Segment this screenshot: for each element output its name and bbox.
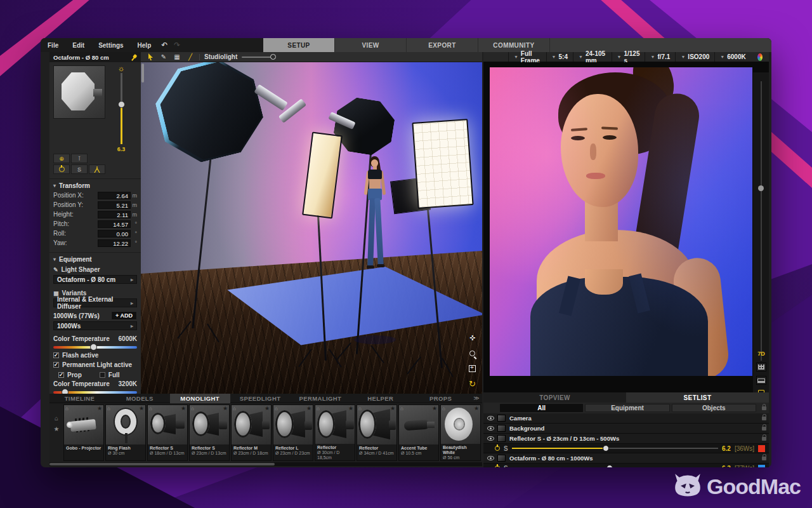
zoom-icon[interactable]	[468, 349, 477, 358]
tripod-button[interactable]	[89, 164, 105, 174]
star-icon[interactable]: ★	[223, 405, 228, 411]
light-stand-button[interactable]: ⊺	[71, 154, 88, 163]
filter-objects[interactable]: Objects	[672, 404, 756, 412]
equipment-card-reflector-s1[interactable]: ⌂★ Reflector SØ 18cm / D 13cm	[147, 404, 188, 461]
pan-icon[interactable]: ✜	[468, 333, 477, 343]
setlist-row-octaform[interactable]: Octaform - Ø 80 cm - 1000Ws	[483, 453, 769, 464]
power-slider-handle[interactable]	[118, 101, 125, 108]
aspect-ratio-dropdown[interactable]: ▼5:4	[546, 52, 573, 62]
tab-export[interactable]: EXPORT	[407, 38, 478, 52]
equipment-card-accent-tube[interactable]: ⌂★ Accent TubeØ 10.5 cm	[398, 404, 439, 461]
slider-handle[interactable]	[90, 344, 97, 351]
height-field[interactable]: 2.11	[98, 211, 131, 218]
eye-icon[interactable]	[487, 426, 494, 431]
equipment-card-reflector-30[interactable]: ⌂★ ReflectorØ 30cm / D 18,5cm	[315, 404, 355, 461]
light-shaper-dropdown[interactable]: Octaform - Ø 80 cm ▸	[53, 275, 137, 284]
watt-dropdown[interactable]: 1000Ws ▸	[53, 321, 137, 330]
slider-handle[interactable]	[603, 445, 609, 451]
setlist-row-camera[interactable]: Camera	[483, 413, 769, 424]
strip-softbox[interactable]	[302, 132, 343, 219]
s-mode-button[interactable]: S	[71, 164, 88, 174]
lock-icon[interactable]	[762, 457, 766, 460]
lock-icon[interactable]	[762, 417, 766, 420]
variants-dropdown[interactable]: Internal & External Diffuser ▸	[53, 298, 137, 307]
position-y-field[interactable]: 5.21	[98, 201, 131, 209]
star-icon[interactable]: ★	[139, 405, 144, 411]
home-filter-icon[interactable]: ⌂	[55, 415, 58, 422]
menu-edit[interactable]: Edit	[65, 42, 91, 49]
studio-scene[interactable]: ✜ ↻	[141, 62, 482, 394]
shelf-scrollbar[interactable]	[49, 462, 482, 466]
equipment-card-reflector-m[interactable]: ⌂★ Reflector MØ 23cm / D 18cm	[231, 404, 272, 461]
checkbox-checked-icon[interactable]: ✓	[58, 372, 64, 378]
menu-settings[interactable]: Settings	[91, 42, 130, 49]
shelf-scrollbar-handle[interactable]	[49, 463, 275, 465]
power-icon[interactable]	[495, 446, 500, 451]
setlist-row-reflector[interactable]: Reflector S - Ø 23cm / D 13cm - 500Ws	[483, 434, 769, 444]
yaw-field[interactable]: 12.22	[98, 239, 131, 247]
power-icon[interactable]	[495, 465, 500, 467]
reflector-power-slider[interactable]	[512, 448, 718, 449]
star-icon[interactable]: ★	[390, 405, 395, 411]
orbit-icon[interactable]: ↻	[468, 379, 477, 389]
octaform-softbox-selected[interactable]	[148, 62, 270, 170]
ruler-icon[interactable]	[756, 376, 766, 385]
focus-icon[interactable]	[468, 364, 477, 373]
eye-icon[interactable]	[487, 456, 494, 460]
equipment-section-header[interactable]: ▾ Equipment	[49, 252, 141, 264]
tab-props[interactable]: PROPS	[410, 394, 471, 403]
star-icon[interactable]: ★	[265, 405, 270, 411]
permanent-light-checkbox-row[interactable]: ✓ Permanent Light active	[49, 359, 141, 369]
eye-icon[interactable]	[487, 436, 494, 441]
iso-dropdown[interactable]: ▼ISO200	[675, 52, 714, 62]
redo-icon[interactable]: ↷	[171, 41, 183, 50]
tab-helper[interactable]: HELPER	[350, 394, 410, 403]
white-balance-dropdown[interactable]: ▼6000K	[714, 52, 750, 62]
power-slider-vertical[interactable]: ☼ 6.3	[110, 65, 132, 152]
gel-color-swatch-blue[interactable]	[758, 465, 765, 468]
star-icon[interactable]: ★	[97, 405, 102, 411]
tab-topview[interactable]: TOPVIEW	[483, 392, 626, 403]
pin-icon[interactable]	[129, 53, 138, 62]
lock-icon[interactable]	[762, 406, 766, 410]
tab-models[interactable]: MODELS	[110, 394, 170, 403]
filter-equipment[interactable]: Equipment	[585, 404, 669, 412]
star-icon[interactable]: ★	[432, 405, 437, 411]
checkbox-unchecked-icon[interactable]	[100, 372, 105, 378]
model-figure[interactable]	[359, 156, 391, 347]
shutter-dropdown[interactable]: ▼1/125 s	[612, 52, 645, 62]
equipment-card-reflector-34[interactable]: ⌂★ ReflectorØ 34cm / D 41cm	[357, 404, 397, 461]
viewport-scrollbar[interactable]	[141, 64, 144, 83]
eye-icon[interactable]	[487, 416, 494, 420]
grid-toggle-icon[interactable]: ▦	[173, 53, 181, 60]
add-flash-button[interactable]: + ADD	[111, 311, 137, 320]
flash-color-temp-slider[interactable]	[53, 346, 137, 349]
measure-tool-icon[interactable]: ✎	[159, 53, 168, 60]
equipment-card-reflector-l[interactable]: ⌂★ Reflector LØ 23cm / D 23cm	[273, 404, 313, 461]
color-wheel-icon[interactable]	[757, 53, 763, 61]
tab-setlist[interactable]: SETLIST	[626, 392, 769, 403]
menu-help[interactable]: Help	[131, 42, 159, 49]
star-icon[interactable]: ★	[181, 405, 186, 411]
tab-permalight[interactable]: PERMALIGHT	[290, 394, 350, 403]
gel-color-swatch-red[interactable]	[758, 445, 765, 452]
star-icon[interactable]: ★	[306, 405, 311, 411]
collapse-panel-icon[interactable]: ≫	[471, 395, 482, 401]
rendered-portrait[interactable]	[490, 67, 752, 376]
tab-speedlight[interactable]: SPEEDLIGHT	[230, 394, 291, 403]
background-softbox[interactable]	[331, 95, 397, 157]
grid-overlay-icon[interactable]	[756, 363, 766, 371]
slider-handle[interactable]	[606, 465, 613, 467]
equipment-card-beautydish[interactable]: ⌂★ Beautydish WhiteØ 56 cm	[440, 404, 481, 461]
line-tool-icon[interactable]: ╱	[186, 53, 195, 60]
camera-scrollbar-handle[interactable]	[758, 185, 764, 191]
sensor-dropdown[interactable]: ▼Full Frame	[508, 52, 546, 62]
pitch-field[interactable]: 14.57	[98, 220, 131, 228]
equipment-card-reflector-s2[interactable]: ⌂★ Reflector SØ 23cm / D 13cm	[189, 404, 230, 461]
lock-icon[interactable]	[762, 437, 766, 441]
power-toggle-button[interactable]	[53, 164, 70, 174]
tab-monolight[interactable]: MONOLIGHT	[170, 394, 230, 403]
undo-icon[interactable]: ↶	[158, 41, 171, 50]
target-button[interactable]: ⊕	[53, 154, 70, 163]
depth-of-field-icon[interactable]: 7D	[756, 349, 766, 358]
